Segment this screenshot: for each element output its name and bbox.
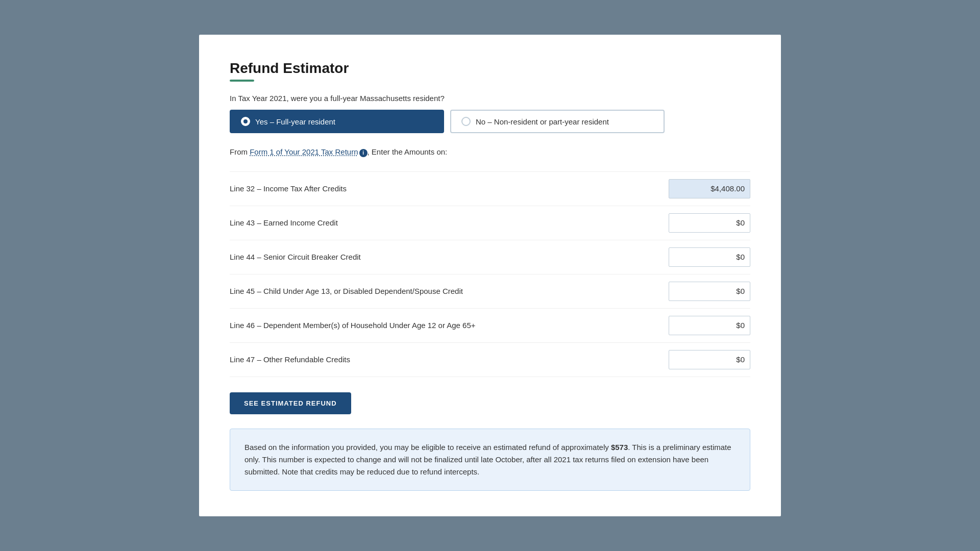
form-link[interactable]: Form 1 of Your 2021 Tax Return [250, 147, 358, 156]
form-rows: Line 32 – Income Tax After Credits Line … [230, 171, 750, 377]
page-title: Refund Estimator [230, 60, 750, 77]
table-row: Line 44 – Senior Circuit Breaker Credit [230, 240, 750, 274]
from-prefix: From [230, 147, 250, 156]
row-input-2[interactable] [669, 247, 750, 267]
row-label-5: Line 47 – Other Refundable Credits [230, 355, 350, 364]
table-row: Line 43 – Earned Income Credit [230, 206, 750, 240]
result-amount: $573 [611, 443, 628, 452]
row-input-4[interactable] [669, 316, 750, 335]
row-label-2: Line 44 – Senior Circuit Breaker Credit [230, 253, 361, 261]
radio-yes-circle [241, 117, 250, 126]
row-input-1[interactable] [669, 213, 750, 233]
row-label-3: Line 45 – Child Under Age 13, or Disable… [230, 287, 463, 295]
row-input-3[interactable] [669, 282, 750, 301]
from-text: From Form 1 of Your 2021 Tax Returni, En… [230, 147, 750, 157]
title-underline [230, 80, 254, 82]
radio-no[interactable]: No – Non-resident or part-year resident [450, 110, 665, 133]
page-container: Refund Estimator In Tax Year 2021, were … [199, 35, 781, 516]
radio-yes[interactable]: Yes – Full-year resident [230, 110, 444, 133]
result-box: Based on the information you provided, y… [230, 429, 750, 491]
row-input-0[interactable] [669, 179, 750, 198]
radio-no-circle [461, 117, 471, 126]
row-label-4: Line 46 – Dependent Member(s) of Househo… [230, 321, 476, 330]
table-row: Line 46 – Dependent Member(s) of Househo… [230, 309, 750, 343]
radio-yes-label: Yes – Full-year resident [255, 117, 335, 126]
info-icon[interactable]: i [359, 149, 368, 157]
see-estimated-refund-button[interactable]: SEE ESTIMATED REFUND [230, 392, 351, 414]
table-row: Line 45 – Child Under Age 13, or Disable… [230, 274, 750, 309]
table-row: Line 47 – Other Refundable Credits [230, 343, 750, 377]
radio-no-label: No – Non-resident or part-year resident [476, 117, 609, 126]
radio-group: Yes – Full-year resident No – Non-reside… [230, 110, 750, 133]
row-label-0: Line 32 – Income Tax After Credits [230, 184, 347, 193]
result-text-before: Based on the information you provided, y… [244, 443, 611, 452]
table-row: Line 32 – Income Tax After Credits [230, 171, 750, 206]
row-label-1: Line 43 – Earned Income Credit [230, 218, 338, 227]
result-text: Based on the information you provided, y… [244, 441, 736, 478]
from-suffix: , Enter the Amounts on: [368, 147, 448, 156]
row-input-5[interactable] [669, 350, 750, 369]
question-text: In Tax Year 2021, were you a full-year M… [230, 94, 750, 103]
